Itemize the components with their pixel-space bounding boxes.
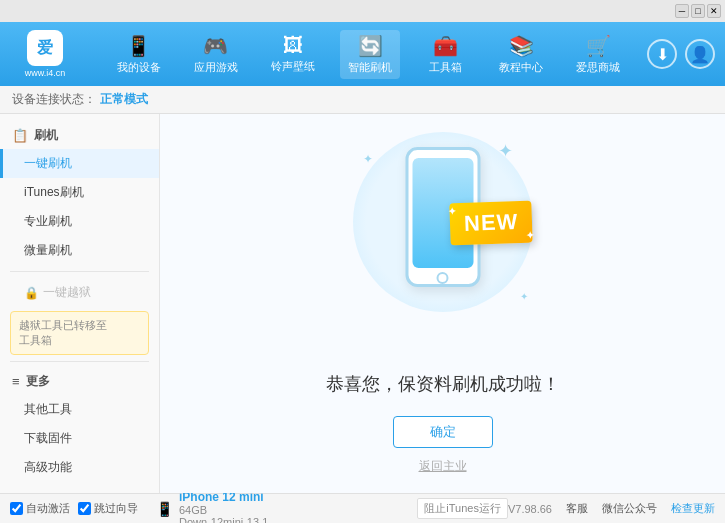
nav-tutorials[interactable]: 📚 教程中心 [491, 30, 551, 79]
title-bar: ─ □ ✕ [0, 0, 725, 22]
wechat-link[interactable]: 微信公众号 [602, 501, 657, 516]
nav-smart-label: 智能刷机 [348, 60, 392, 75]
back-today-link[interactable]: 返回主业 [419, 458, 467, 475]
logo-area[interactable]: 爱 www.i4.cn [10, 30, 80, 78]
content-area: ✦ ✦ ✦ NEW 恭喜您，保资料刷机成功啦！ 确定 返回主业 [160, 114, 725, 493]
sparkle-3: ✦ [520, 291, 528, 302]
sidebar-item-other-tools[interactable]: 其他工具 [0, 395, 159, 424]
nav-tools-label: 工具箱 [429, 60, 462, 75]
sidebar-item-download-fw[interactable]: 下载固件 [0, 424, 159, 453]
sidebar-divider-1 [10, 271, 149, 272]
sidebar-section-jailbreak: 🔒 一键越狱 越狱工具已转移至工具箱 [0, 278, 159, 355]
auto-connect-input[interactable] [10, 502, 23, 515]
sparkle-2: ✦ [363, 152, 373, 166]
flash-section-icon: 📋 [12, 128, 28, 143]
confirm-button[interactable]: 确定 [393, 416, 493, 448]
sparkles: ✦ [498, 140, 513, 162]
nav-shop[interactable]: 🛒 爱思商城 [568, 30, 628, 79]
tools-icon: 🧰 [433, 34, 458, 58]
status-label: 设备连接状态： [12, 91, 96, 108]
apps-icon: 🎮 [203, 34, 228, 58]
logo-text: www.i4.cn [25, 68, 66, 78]
nav-tutorials-label: 教程中心 [499, 60, 543, 75]
sidebar: 📋 刷机 一键刷机 iTunes刷机 专业刷机 微量刷机 🔒 一键越狱 [0, 114, 160, 493]
success-text: 恭喜您，保资料刷机成功啦！ [326, 372, 560, 396]
jailbreak-note: 越狱工具已转移至工具箱 [10, 311, 149, 355]
sidebar-section-more-title: ≡ 更多 [0, 368, 159, 395]
mydevice-icon: 📱 [126, 34, 151, 58]
shop-icon: 🛒 [586, 34, 611, 58]
header-right: ⬇ 👤 [647, 39, 715, 69]
sidebar-item-itunes[interactable]: iTunes刷机 [0, 178, 159, 207]
device-storage: 64GB [179, 504, 268, 516]
logo-icon: 爱 [27, 30, 63, 66]
wallpaper-icon: 🖼 [283, 34, 303, 57]
sidebar-section-more: ≡ 更多 其他工具 下载固件 高级功能 [0, 368, 159, 482]
phone-home-button [437, 272, 449, 284]
sidebar-item-advanced[interactable]: 高级功能 [0, 453, 159, 482]
nav-shop-label: 爱思商城 [576, 60, 620, 75]
status-value: 正常模式 [100, 91, 148, 108]
smart-icon: 🔄 [358, 34, 383, 58]
nav-mydevice[interactable]: 📱 我的设备 [109, 30, 169, 79]
minimize-button[interactable]: ─ [675, 4, 689, 18]
sidebar-item-jailbreak-disabled: 🔒 一键越狱 [0, 278, 159, 307]
nav-wallpaper-label: 铃声壁纸 [271, 59, 315, 74]
main-area: 📋 刷机 一键刷机 iTunes刷机 专业刷机 微量刷机 🔒 一键越狱 [0, 114, 725, 493]
maximize-button[interactable]: □ [691, 4, 705, 18]
version-label: V7.98.66 [508, 503, 552, 515]
stop-itunes-label: 阻止iTunes运行 [424, 501, 501, 516]
footer-right: V7.98.66 客服 微信公众号 检查更新 [508, 501, 715, 516]
device-firmware: Down-12mini-13,1 [179, 516, 268, 524]
footer-left: 自动激活 跳过向导 📱 iPhone 12 mini 64GB Down-12m… [10, 490, 417, 524]
more-section-icon: ≡ [12, 374, 20, 389]
user-button[interactable]: 👤 [685, 39, 715, 69]
nav-wallpaper[interactable]: 🖼 铃声壁纸 [263, 30, 323, 78]
skip-wizard-checkbox[interactable]: 跳过向导 [78, 501, 138, 516]
nav-smart[interactable]: 🔄 智能刷机 [340, 30, 400, 79]
status-bar: 设备连接状态： 正常模式 [0, 86, 725, 114]
phone-illustration: ✦ ✦ ✦ NEW [343, 132, 543, 352]
sidebar-section-flash-title: 📋 刷机 [0, 122, 159, 149]
header: 爱 www.i4.cn 📱 我的设备 🎮 应用游戏 🖼 铃声壁纸 🔄 智能刷机 … [0, 22, 725, 86]
nav-items: 📱 我的设备 🎮 应用游戏 🖼 铃声壁纸 🔄 智能刷机 🧰 工具箱 📚 教程中心… [100, 30, 637, 79]
sidebar-item-onekey[interactable]: 一键刷机 [0, 149, 159, 178]
tutorials-icon: 📚 [509, 34, 534, 58]
stop-itunes-btn[interactable]: 阻止iTunes运行 [417, 498, 508, 519]
download-button[interactable]: ⬇ [647, 39, 677, 69]
footer: 自动激活 跳过向导 📱 iPhone 12 mini 64GB Down-12m… [0, 493, 725, 523]
sidebar-divider-2 [10, 361, 149, 362]
nav-apps[interactable]: 🎮 应用游戏 [186, 30, 246, 79]
support-link[interactable]: 客服 [566, 501, 588, 516]
nav-mydevice-label: 我的设备 [117, 60, 161, 75]
new-badge: NEW [449, 201, 533, 246]
sidebar-item-pro[interactable]: 专业刷机 [0, 207, 159, 236]
sidebar-item-micro[interactable]: 微量刷机 [0, 236, 159, 265]
skip-wizard-input[interactable] [78, 502, 91, 515]
auto-connect-checkbox[interactable]: 自动激活 [10, 501, 70, 516]
device-icon: 📱 [156, 501, 173, 517]
sidebar-section-flash: 📋 刷机 一键刷机 iTunes刷机 专业刷机 微量刷机 [0, 122, 159, 265]
update-link[interactable]: 检查更新 [671, 501, 715, 516]
nav-apps-label: 应用游戏 [194, 60, 238, 75]
nav-tools[interactable]: 🧰 工具箱 [418, 30, 474, 79]
close-button[interactable]: ✕ [707, 4, 721, 18]
device-info: 📱 iPhone 12 mini 64GB Down-12mini-13,1 [156, 490, 268, 524]
lock-icon: 🔒 [24, 286, 39, 300]
